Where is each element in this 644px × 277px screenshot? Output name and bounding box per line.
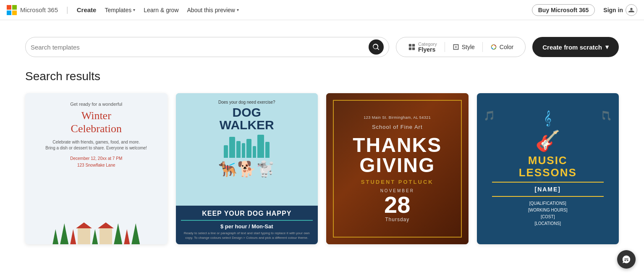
city-skyline <box>224 135 270 158</box>
nav-about-preview[interactable]: About this preview ▾ <box>187 7 239 13</box>
nav-about-preview-label: About this preview <box>187 7 235 13</box>
nav-learn-grow-label: Learn & grow <box>144 7 178 13</box>
tree-icon-1 <box>52 229 58 244</box>
style-filter[interactable]: Style <box>448 44 479 50</box>
search-bar <box>25 37 389 57</box>
winter-top-text: Get ready for a wonderful <box>70 102 122 107</box>
nav-learn-grow[interactable]: Learn & grow <box>144 7 178 13</box>
card-dog-walker[interactable]: Does your dog need exercise? DOGWALKER 🐕… <box>176 93 318 244</box>
dog-fine-print: Ready to select a line or paragraph of t… <box>181 231 313 240</box>
building-3 <box>236 141 241 158</box>
svg-rect-3 <box>412 47 415 50</box>
sign-in-button[interactable]: Sign in <box>603 4 637 16</box>
house-icon-1 <box>78 227 90 244</box>
search-input[interactable] <box>31 44 369 51</box>
dog-sub1: KEEP YOUR DOG HAPPY <box>181 210 313 217</box>
music-top-deco: 🎵 𝄞 🎵 <box>484 110 613 126</box>
music-note-left: 🎵 <box>484 110 495 121</box>
thanks-main-text: THANKSGIVING <box>353 135 442 175</box>
building-2 <box>229 137 235 158</box>
thanks-content: 123 Main St. Birmingham, AL 54321 School… <box>344 107 450 231</box>
color-filter[interactable]: Color <box>486 44 518 50</box>
chat-icon <box>622 255 631 261</box>
svg-rect-1 <box>412 44 415 47</box>
music-note-right: 🎵 <box>601 110 612 121</box>
sign-in-label: Sign in <box>603 7 623 13</box>
dog-emoji: 🐕‍🦺🐕🐩 <box>218 160 275 178</box>
dog-sub2: $ per hour / Mon-Sat <box>181 223 313 230</box>
category-big-label: Flyers <box>418 47 437 52</box>
search-icon <box>373 44 380 50</box>
create-btn-label: Create from scratch <box>542 44 602 51</box>
ms365-label: Microsoft 365 <box>20 6 58 13</box>
thanks-address: 123 Main St. Birmingham, AL 54321 <box>353 115 442 120</box>
winter-date: December 12, 20xx at 7 PM123 Snowflake L… <box>70 155 122 169</box>
tree-icon-7 <box>131 223 140 244</box>
tree-icon-3 <box>70 229 76 244</box>
ms365-brand[interactable]: Microsoft 365 <box>7 5 58 15</box>
create-from-scratch-button[interactable]: Create from scratch ▾ <box>532 37 619 57</box>
user-icon <box>626 4 637 16</box>
navbar: Microsoft 365 | Create Templates ▾ Learn… <box>0 0 644 20</box>
building-1 <box>224 145 228 158</box>
thanks-date-num: 28 <box>353 193 442 217</box>
filter-separator-2 <box>482 42 483 52</box>
music-title-line1: MUSIC <box>528 154 568 167</box>
card-winter-celebration[interactable]: Get ready for a wonderful WinterCelebrat… <box>25 93 168 244</box>
building-5 <box>246 139 251 158</box>
cards-grid: Get ready for a wonderful WinterCelebrat… <box>25 93 619 244</box>
music-divider-1 <box>492 182 604 183</box>
color-icon <box>490 44 497 50</box>
music-divider-2 <box>492 196 604 197</box>
building-7 <box>257 135 264 158</box>
tree-icon-2 <box>60 223 68 244</box>
style-label: Style <box>462 44 475 50</box>
about-chevron-icon: ▾ <box>237 8 239 12</box>
search-section: Category Flyers Style Color Create fr <box>0 20 644 65</box>
dog-title: DOGWALKER <box>220 106 274 131</box>
winter-title: WinterCelebration <box>71 109 122 135</box>
create-btn-chevron-icon: ▾ <box>605 43 609 51</box>
building-6 <box>253 146 256 158</box>
category-small-label: Category <box>418 42 437 47</box>
dog-walker-top: Does your dog need exercise? DOGWALKER 🐕… <box>176 93 318 206</box>
section-title: Search results <box>25 70 619 83</box>
tree-icon-6 <box>124 229 130 244</box>
filter-separator-1 <box>445 42 445 52</box>
tree-icon-4 <box>92 229 98 244</box>
music-details: [QUALIFICATIONS][WORKING HOURS][COST][LO… <box>484 200 613 227</box>
search-button[interactable] <box>369 39 384 55</box>
nav-templates-label: Templates <box>105 7 131 13</box>
thanks-day: Thursday <box>353 217 442 222</box>
category-text: Category Flyers <box>418 42 437 52</box>
dog-divider <box>181 220 313 221</box>
card-music-lessons[interactable]: 🎵 🎵 𝄞 🎵 🎸 MUSIC LESSONS [NAME] [QUALIFIC… <box>477 93 619 244</box>
nav-templates[interactable]: Templates ▾ <box>105 7 135 13</box>
thanks-school: School of Fine Art <box>353 124 442 130</box>
music-name: [NAME] <box>484 186 613 193</box>
music-title: MUSIC LESSONS <box>484 154 613 178</box>
treble-clef-icon: 𝄞 <box>544 110 552 126</box>
house-icon-2 <box>99 227 112 244</box>
templates-chevron-icon: ▾ <box>133 8 135 12</box>
building-4 <box>242 143 245 158</box>
winter-scene <box>25 206 168 244</box>
music-content: 🎵 𝄞 🎵 🎸 MUSIC LESSONS [NAME] [QUALIFICAT… <box>477 104 619 234</box>
card-thanksgiving[interactable]: 123 Main St. Birmingham, AL 54321 School… <box>326 93 469 244</box>
dog-walker-bottom: KEEP YOUR DOG HAPPY $ per hour / Mon-Sat… <box>176 206 318 244</box>
svg-rect-2 <box>409 47 411 50</box>
category-filter[interactable]: Category Flyers <box>404 42 441 52</box>
winter-desc: Celebrate with friends, games, food, and… <box>45 139 147 151</box>
nav-create-label: Create <box>77 6 97 13</box>
filter-group: Category Flyers Style Color <box>396 37 526 57</box>
nav-divider: | <box>66 5 68 14</box>
ms-logo <box>7 5 17 15</box>
category-icon <box>408 43 416 51</box>
music-title-line2: LESSONS <box>519 166 577 179</box>
content-area: Search results Get ready for a wonderful… <box>0 65 644 261</box>
color-label: Color <box>500 44 513 50</box>
thanks-potluck: STUDENT POTLUCK <box>353 179 442 185</box>
tree-icon-5 <box>114 223 122 244</box>
guitar-icon: 🎸 <box>484 129 613 153</box>
buy-ms365-button[interactable]: Buy Microsoft 365 <box>532 4 595 16</box>
